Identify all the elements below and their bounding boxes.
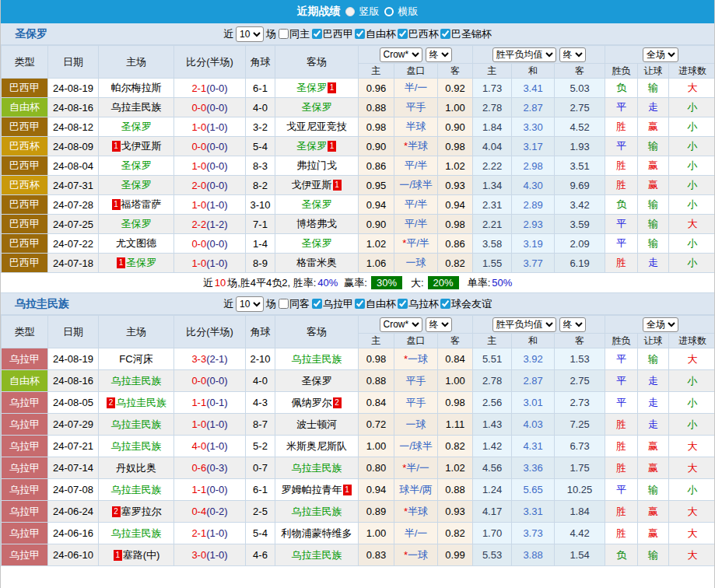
fulltime-score: 0-4 xyxy=(191,506,206,517)
avg-type-select[interactable]: 胜平负均值 xyxy=(492,47,556,62)
avg-home-cell: 5.53 xyxy=(473,544,512,566)
avg-draw-cell: 2.93 xyxy=(512,215,555,234)
match-date-cell: 24-08-12 xyxy=(48,117,99,137)
same-venue-filter[interactable]: 同主 xyxy=(279,27,310,41)
score-cell: 2-1(1-0) xyxy=(174,523,246,544)
avg-away-cell: 2.73 xyxy=(555,392,605,414)
match-row: 巴西甲24-07-281福塔雷萨1-0(1-0)3-10圣保罗0.94平/半0.… xyxy=(2,195,715,215)
team-name: 乌拉圭民族 xyxy=(292,353,342,365)
team-name: 圣保罗 xyxy=(302,237,332,249)
league-filter[interactable]: 乌拉甲 xyxy=(312,297,353,311)
league-filter-checkbox[interactable] xyxy=(312,299,322,309)
league-filter[interactable]: 球会友谊 xyxy=(440,297,492,311)
outcome-cell: 胜 xyxy=(605,436,638,457)
league-filter-checkbox[interactable] xyxy=(355,29,365,39)
vertical-layout-radio[interactable] xyxy=(345,7,355,16)
score-cell: 0-0(0-0) xyxy=(174,370,246,392)
outcome-cell: 胜 xyxy=(605,156,638,176)
match-date-cell: 24-06-16 xyxy=(48,523,99,544)
score-cell: 2-1(0-0) xyxy=(174,79,246,98)
odds-period-select[interactable]: 终 xyxy=(426,317,452,332)
away-odds-cell: 1.02 xyxy=(438,457,473,479)
odds-period-select[interactable]: 终 xyxy=(426,47,452,62)
halftime-score: (0-3) xyxy=(206,462,227,474)
ranking-badge: 2 xyxy=(333,397,342,408)
league-type-cell: 巴西杯 xyxy=(2,137,48,156)
league-filter-checkbox[interactable] xyxy=(355,299,365,309)
match-row: 巴西甲24-08-12圣保罗1-0(1-0)3-2戈亚尼亚竞技0.98半球0.9… xyxy=(2,117,715,137)
outcome-cell: 负 xyxy=(605,79,638,98)
score-cell: 1-1(0-0) xyxy=(174,479,246,501)
team-name: 乌拉圭民族 xyxy=(292,549,342,561)
corner-cell: 7-1 xyxy=(246,215,275,234)
handicap-cell: 平/半 xyxy=(394,215,438,234)
handicap-cell: 半/一 xyxy=(394,523,438,544)
team-name: 塞罗拉尔 xyxy=(121,506,162,517)
goals-result-cell: 大 xyxy=(669,79,715,98)
league-filter[interactable]: 巴西杯 xyxy=(398,27,439,41)
scope-select[interactable]: 全场 xyxy=(643,317,678,332)
match-date-cell: 24-06-10 xyxy=(48,544,99,566)
team-name: 乌拉圭民族 xyxy=(111,527,162,539)
league-filter-label: 巴圣锦杯 xyxy=(451,27,492,41)
handicap-result-cell: 输 xyxy=(638,234,669,254)
away-team-cell: 圣保罗 xyxy=(275,370,359,392)
same-venue-filter[interactable]: 同客 xyxy=(279,297,310,311)
team-name: 利物浦蒙特维多 xyxy=(282,527,352,539)
league-filter[interactable]: 巴西甲 xyxy=(312,27,353,41)
goals-result-cell: 大 xyxy=(669,501,715,523)
match-count-select[interactable]: 10 xyxy=(236,296,264,312)
corner-cell: 4-0 xyxy=(246,98,275,117)
team-name: 圣保罗 xyxy=(121,179,152,191)
avg-home-cell: 2.22 xyxy=(473,156,512,176)
avg-group-header: 胜平负均值终 xyxy=(473,316,605,334)
away-team-cell: 博塔弗戈 xyxy=(275,215,359,234)
league-type-cell: 巴西甲 xyxy=(2,156,48,176)
league-filter[interactable]: 乌拉杯 xyxy=(398,297,439,311)
league-filter-checkbox[interactable] xyxy=(440,29,450,39)
avg-period-select[interactable]: 终 xyxy=(559,47,586,62)
ranking-badge: 2 xyxy=(107,397,115,408)
league-filter-checkbox[interactable] xyxy=(398,29,408,39)
league-filter-checkbox[interactable] xyxy=(398,299,408,309)
col-type: 类型 xyxy=(2,46,48,79)
home-team-cell: 丹奴比奥 xyxy=(99,457,174,479)
horizontal-layout-radio[interactable] xyxy=(384,7,394,16)
score-cell: 1-0(1-0) xyxy=(174,195,246,215)
result-group-header: 全场 xyxy=(605,316,715,334)
league-filter[interactable]: 巴圣锦杯 xyxy=(440,27,492,41)
horizontal-layout-label: 横版 xyxy=(398,5,419,19)
col-corner: 角球 xyxy=(246,46,275,79)
avg-type-select[interactable]: 胜平负均值 xyxy=(492,317,556,332)
filter-bar: 近 10 场 同客 乌拉甲自由杯乌拉杯球会友谊 xyxy=(223,296,492,312)
league-filter-label: 巴西杯 xyxy=(408,27,439,41)
avg-away-cell: 2.75 xyxy=(555,98,605,117)
col-odds-away: 客 xyxy=(438,64,473,79)
match-count-select[interactable]: 10 xyxy=(236,26,264,42)
league-filter[interactable]: 自由杯 xyxy=(355,297,396,311)
home-odds-cell: 1.00 xyxy=(359,436,394,457)
col-type: 类型 xyxy=(2,316,48,348)
avg-home-cell: 2.78 xyxy=(473,370,512,392)
league-filter-checkbox[interactable] xyxy=(440,299,450,309)
avg-period-select[interactable]: 终 xyxy=(559,317,586,332)
odds-company-select[interactable]: Crow* xyxy=(380,47,422,62)
team-name: 圣保罗 xyxy=(121,159,152,171)
halftime-score: (1-0) xyxy=(206,549,227,561)
col-corner: 角球 xyxy=(246,316,275,348)
avg-away-cell: 9.69 xyxy=(555,176,605,195)
same-venue-checkbox[interactable] xyxy=(279,299,289,309)
halftime-score: (0-1) xyxy=(206,397,227,408)
team-name: 乌拉圭民族 xyxy=(292,462,342,474)
match-date-cell: 24-08-16 xyxy=(48,98,99,117)
odds-company-select[interactable]: Crow* xyxy=(380,317,422,332)
asian-win-label: 赢率: xyxy=(344,276,367,290)
home-team-cell: 乌拉圭民族 xyxy=(99,523,174,544)
scope-select[interactable]: 全场 xyxy=(643,47,678,62)
same-venue-checkbox[interactable] xyxy=(279,29,289,39)
league-filter-checkbox[interactable] xyxy=(312,29,322,39)
corner-cell: 0-7 xyxy=(246,457,275,479)
away-odds-cell: 0.90 xyxy=(438,117,473,137)
league-filter[interactable]: 自由杯 xyxy=(355,27,396,41)
league-filter-label: 自由杯 xyxy=(366,27,396,41)
